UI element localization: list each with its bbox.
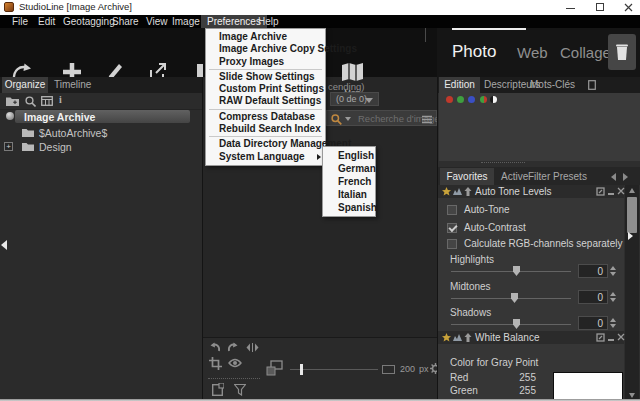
calendar-view-icon[interactable]: [41, 96, 53, 106]
midtones-value-box[interactable]: 0: [578, 290, 608, 304]
highlights-value-box[interactable]: 0: [578, 264, 608, 278]
scroll-up-icon[interactable]: [629, 188, 635, 193]
highlights-slider-thumb[interactable]: [513, 266, 520, 276]
shadows-value-box[interactable]: 0: [578, 316, 608, 330]
split-channel-dot[interactable]: [480, 96, 487, 103]
midtones-spin-down-icon[interactable]: [610, 298, 616, 302]
tab-edition[interactable]: Edition: [439, 77, 480, 93]
compare-icon[interactable]: [246, 343, 259, 352]
view-tab-web[interactable]: Web: [517, 44, 548, 61]
tab-favorites[interactable]: Favorites: [440, 168, 494, 185]
filter-icon[interactable]: [234, 384, 246, 396]
red-channel-dot[interactable]: [446, 96, 453, 103]
auto-tone-checkbox[interactable]: [447, 205, 457, 215]
panel-resize-grip[interactable]: [481, 162, 525, 163]
info-icon[interactable]: i: [59, 94, 62, 105]
zoom-slider-track[interactable]: [290, 369, 378, 370]
shadows-spin-down-icon[interactable]: [610, 324, 616, 328]
tab-scroll-right-icon[interactable]: [623, 173, 628, 181]
image-count-dropdown[interactable]: (0 de 0): [330, 92, 379, 106]
tree-item-autoarchive[interactable]: $AutoArchive$: [39, 127, 107, 139]
favorite-icon[interactable]: [442, 187, 451, 196]
menu-item-image-archive[interactable]: Image Archive: [206, 31, 325, 43]
thumbnail-size-small-icon[interactable]: [266, 360, 283, 376]
menu-item-custom-print-settings[interactable]: Custom Print Settings: [206, 83, 325, 95]
apply-icon[interactable]: [464, 333, 472, 342]
apply-icon[interactable]: [464, 187, 472, 196]
bw-channel-dot[interactable]: [490, 96, 497, 103]
tab-organize[interactable]: Organize: [2, 77, 48, 93]
histogram-icon[interactable]: [453, 188, 462, 195]
search-folders-icon[interactable]: [25, 96, 36, 107]
menu-item-german[interactable]: German: [323, 162, 375, 175]
eye-icon[interactable]: [228, 358, 242, 368]
shadows-spin-up-icon[interactable]: [610, 318, 616, 322]
menu-item-data-directory-management[interactable]: Data Directory Management: [206, 138, 325, 150]
new-folder-icon[interactable]: [6, 96, 19, 106]
undock-icon[interactable]: [596, 187, 605, 196]
tab-filter-presets[interactable]: Filter Presets: [528, 169, 587, 185]
highlights-slider-track[interactable]: [451, 271, 571, 272]
collapse-left-panel-arrow[interactable]: [1, 240, 7, 250]
menu-item-spanish[interactable]: Spanish: [323, 201, 375, 214]
histogram-icon[interactable]: [453, 334, 462, 341]
green-channel-dot[interactable]: [457, 96, 464, 103]
gray-point-color-swatch[interactable]: [553, 372, 623, 401]
shadows-slider-thumb[interactable]: [513, 319, 520, 329]
menu-help[interactable]: Help: [258, 15, 279, 28]
metadata-icon[interactable]: [212, 383, 224, 396]
menu-view[interactable]: View: [146, 15, 168, 28]
favorite-icon[interactable]: [442, 333, 451, 342]
highlights-spin-down-icon[interactable]: [610, 272, 616, 276]
redo-icon[interactable]: [227, 342, 239, 353]
menu-edit[interactable]: Edit: [38, 15, 55, 28]
menu-item-english[interactable]: English: [323, 149, 375, 162]
menu-image[interactable]: Image: [172, 15, 200, 28]
search-menu-icon[interactable]: [422, 115, 432, 124]
menu-item-compress-database[interactable]: Compress Database: [206, 111, 325, 123]
minimize-panel-icon[interactable]: [608, 193, 614, 195]
expand-right-arrow[interactable]: [628, 232, 633, 240]
search-icon[interactable]: [331, 114, 342, 125]
shadows-slider-track[interactable]: [451, 324, 571, 325]
menu-item-slide-show-settings[interactable]: Slide Show Settings: [206, 71, 325, 83]
tab-mots-cles[interactable]: Mots-Clés: [530, 77, 575, 93]
tree-item-design[interactable]: Design: [39, 141, 72, 153]
menu-item-raw-default-settings[interactable]: RAW Default Settings: [206, 95, 325, 107]
menu-file[interactable]: File: [12, 15, 28, 28]
thumbnail-size-large-icon[interactable]: [382, 365, 395, 374]
view-tab-collage[interactable]: Collage: [560, 44, 611, 61]
menu-item-image-archive-copy-settings[interactable]: Image Archive Copy Settings: [206, 43, 325, 55]
tree-item-image-archive[interactable]: Image Archive: [24, 111, 95, 123]
menu-share[interactable]: Share: [112, 15, 139, 28]
maximize-button[interactable]: [596, 3, 604, 11]
scrollbar-thumb[interactable]: [627, 197, 637, 233]
undock-icon[interactable]: [596, 333, 605, 342]
close-panel-icon[interactable]: [617, 187, 625, 195]
scroll-down-icon[interactable]: [629, 393, 635, 398]
menu-item-french[interactable]: French: [323, 175, 375, 188]
search-bar[interactable]: Recherche d'images: [326, 110, 437, 126]
menu-geotagging[interactable]: Geotagging: [63, 15, 115, 28]
minimize-button[interactable]: [566, 8, 575, 9]
menu-item-italian[interactable]: Italian: [323, 188, 375, 201]
tab-scroll-left-icon[interactable]: [611, 173, 616, 181]
minimize-panel-icon[interactable]: [608, 339, 614, 341]
undo-icon[interactable]: [209, 342, 221, 353]
close-button[interactable]: [624, 3, 633, 12]
expand-toggle-icon[interactable]: +: [4, 142, 13, 151]
highlights-spin-up-icon[interactable]: [610, 266, 616, 270]
rgb-separate-checkbox[interactable]: [447, 239, 457, 249]
midtones-slider-thumb[interactable]: [511, 293, 518, 303]
auto-contrast-checkbox[interactable]: [447, 223, 457, 233]
tab-timeline[interactable]: Timeline: [54, 77, 91, 93]
tab-active[interactable]: Active: [501, 169, 528, 185]
search-options-chevron-icon[interactable]: [345, 117, 351, 121]
close-panel-icon[interactable]: [617, 333, 625, 341]
blue-channel-dot[interactable]: [468, 96, 475, 103]
view-tab-photo[interactable]: Photo: [452, 42, 496, 62]
menu-item-proxy-images[interactable]: Proxy Images: [206, 56, 325, 68]
right-scrollbar[interactable]: [625, 185, 639, 401]
menu-item-rebuild-search-index[interactable]: Rebuild Search Index: [206, 123, 325, 135]
zoom-slider-thumb[interactable]: [300, 364, 303, 375]
